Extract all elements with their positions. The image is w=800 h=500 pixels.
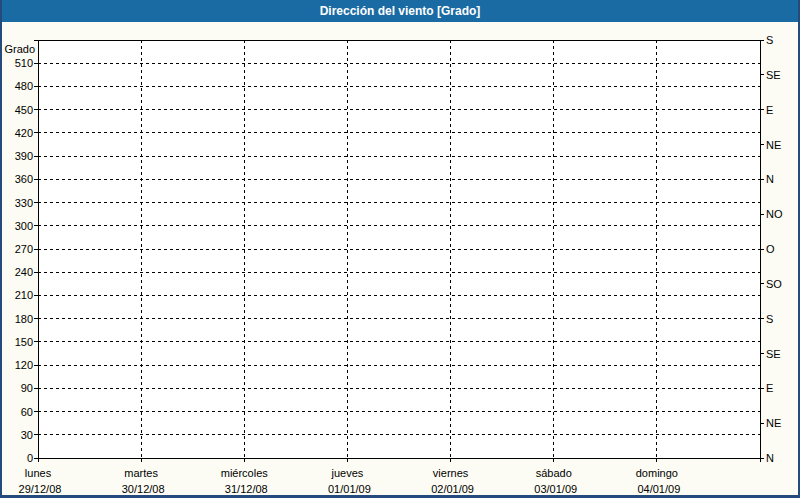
y-right-compass-label: NE xyxy=(766,139,781,151)
y-right-compass-label: SE xyxy=(766,69,781,81)
y-right-compass-label: O xyxy=(766,243,775,255)
y-left-tick-label: 510 xyxy=(15,57,33,69)
y-right-compass-label: N xyxy=(766,173,774,185)
x-date-label: 29/12/08 xyxy=(19,483,62,495)
x-day-label: miércoles xyxy=(221,467,269,479)
y-right-compass-label: SO xyxy=(766,278,782,290)
x-day-label: sábado xyxy=(536,467,572,479)
y-left-tick-label: 30 xyxy=(21,429,33,441)
y-right-compass-label: E xyxy=(766,104,773,116)
wind-direction-chart: 0306090120150180210240270300330360390420… xyxy=(0,0,800,500)
y-left-tick-label: 450 xyxy=(15,104,33,116)
screenshot-root: Dirección del viento [Grado] 03060901201… xyxy=(0,0,800,500)
y-right-compass-label: S xyxy=(766,313,773,325)
y-left-tick-label: 300 xyxy=(15,220,33,232)
x-day-label: lunes xyxy=(25,467,52,479)
x-day-label: domingo xyxy=(636,467,678,479)
y-left-tick-label: 150 xyxy=(15,336,33,348)
x-date-label: 04/01/09 xyxy=(637,483,680,495)
x-day-label: martes xyxy=(124,467,158,479)
y-left-tick-label: 90 xyxy=(21,382,33,394)
y-left-tick-label: 390 xyxy=(15,150,33,162)
y-right-compass-label: NE xyxy=(766,417,781,429)
y-right-compass-label: SE xyxy=(766,348,781,360)
y-left-tick-label: 210 xyxy=(15,289,33,301)
y-left-tick-label: 420 xyxy=(15,127,33,139)
x-date-label: 02/01/09 xyxy=(431,483,474,495)
y-left-tick-label: 330 xyxy=(15,197,33,209)
y-right-compass-label: E xyxy=(766,382,773,394)
y-axis-unit-label: Grado xyxy=(4,43,35,55)
x-date-label: 01/01/09 xyxy=(328,483,371,495)
x-day-label: viernes xyxy=(433,467,469,479)
y-left-tick-label: 120 xyxy=(15,359,33,371)
x-date-label: 31/12/08 xyxy=(225,483,268,495)
y-left-tick-label: 270 xyxy=(15,243,33,255)
x-day-label: jueves xyxy=(331,467,364,479)
y-left-tick-label: 0 xyxy=(27,452,33,464)
y-left-tick-label: 480 xyxy=(15,80,33,92)
y-left-tick-label: 240 xyxy=(15,266,33,278)
y-right-compass-label: S xyxy=(766,34,773,46)
y-left-tick-label: 60 xyxy=(21,406,33,418)
y-right-compass-label: N xyxy=(766,452,774,464)
y-right-compass-label: NO xyxy=(766,208,783,220)
x-date-label: 03/01/09 xyxy=(534,483,577,495)
y-left-tick-label: 360 xyxy=(15,173,33,185)
y-left-tick-label: 180 xyxy=(15,313,33,325)
x-date-label: 30/12/08 xyxy=(122,483,165,495)
